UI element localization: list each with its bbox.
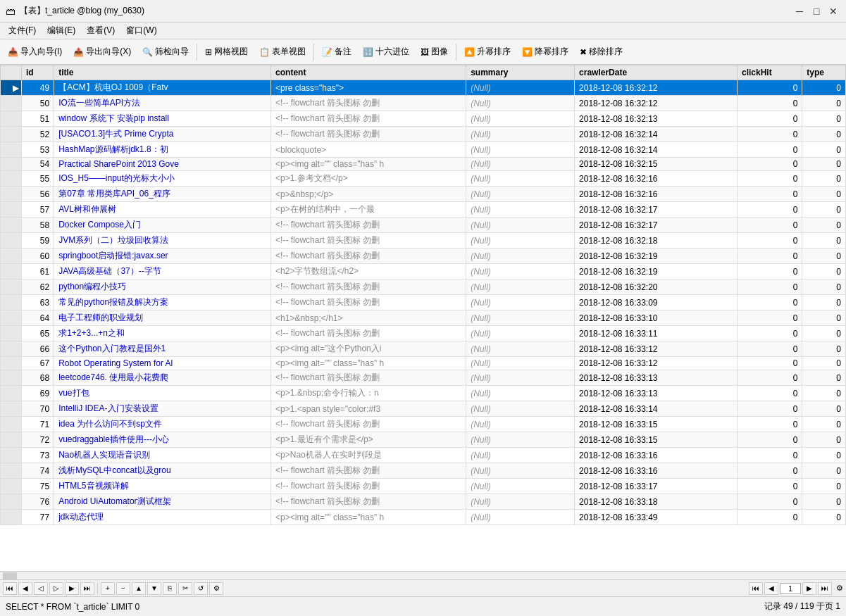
col-header-id[interactable]: id (22, 65, 54, 80)
nav-prev-button[interactable]: ◁ (34, 582, 48, 595)
cell-id[interactable]: 60 (22, 249, 54, 264)
note-button[interactable]: 📝 备注 (317, 43, 356, 61)
menu-edit[interactable]: 编辑(E) (42, 23, 81, 38)
table-row[interactable]: 61JAVA高级基础（37）--字节<h2>字节数组流</h2>(Null)20… (1, 264, 846, 279)
cell-content[interactable]: <!-- flowchart 箭头图标 勿删 (271, 479, 466, 494)
cell-content[interactable]: <pre class="has"> (271, 80, 466, 96)
cell-id[interactable]: 58 (22, 218, 54, 233)
table-row[interactable]: 70IntelliJ IDEA-入门安装设置<p>1.<span style="… (1, 401, 846, 417)
nav-settings-icon[interactable]: ⚙ (836, 584, 843, 593)
cell-content[interactable]: <p>1.参考文档</p> (271, 171, 466, 187)
cell-content[interactable]: <!-- flowchart 箭头图标 勿删 (271, 279, 466, 295)
nav-down-button[interactable]: ▼ (147, 582, 161, 595)
cell-id[interactable]: 62 (22, 279, 54, 295)
table-row[interactable]: 58Docker Compose入门<!-- flowchart 箭头图标 勿删… (1, 218, 846, 233)
cell-title[interactable]: idea 为什么访问不到sp文件 (54, 417, 271, 432)
cell-id[interactable]: 74 (22, 463, 54, 479)
cell-title[interactable]: vuedraggable插件使用---小心 (54, 432, 271, 448)
cell-id[interactable]: 66 (22, 341, 54, 357)
table-row[interactable]: 69vue打包<p>1.&nbsp;命令行输入：n(Null)2018-12-0… (1, 386, 846, 401)
cell-id[interactable]: 75 (22, 479, 54, 494)
table-row[interactable]: 51window 系统下 安装pip install<!-- flowchart… (1, 111, 846, 127)
nav-prev-page-button[interactable]: ◀ (18, 582, 32, 595)
cell-title[interactable]: Nao机器人实现语音识别 (54, 448, 271, 463)
table-row[interactable]: 64电子工程师的职业规划<h1>&nbsp;</h1>(Null)2018-12… (1, 310, 846, 326)
cell-content[interactable]: <!-- flowchart 箭头图标 勿删 (271, 218, 466, 233)
cell-id[interactable]: 55 (22, 171, 54, 187)
cell-title[interactable]: 这个Python入门教程是国外1 (54, 341, 271, 357)
cell-title[interactable]: Docker Compose入门 (54, 218, 271, 233)
cell-content[interactable]: <blockquote> (271, 142, 466, 158)
cell-id[interactable]: 76 (22, 494, 54, 510)
cell-title[interactable]: HTML5音视频详解 (54, 479, 271, 494)
form-view-button[interactable]: 📋 表单视图 (254, 43, 311, 61)
col-header-type[interactable]: type (802, 65, 846, 80)
cell-title[interactable]: python编程小技巧 (54, 279, 271, 295)
cell-id[interactable]: 59 (22, 233, 54, 249)
cell-title[interactable]: IOS_H5——input的光标大小小 (54, 171, 271, 187)
table-row[interactable]: 74浅析MySQL中concat以及grou<!-- flowchart 箭头图… (1, 463, 846, 479)
cell-content[interactable]: <p>1.最近有个需求是</p> (271, 432, 466, 448)
cell-content[interactable]: <p>Nao机器人在实时判段是 (271, 448, 466, 463)
table-row[interactable]: 71idea 为什么访问不到sp文件<!-- flowchart 箭头图标 勿删… (1, 417, 846, 432)
nav-cut-button[interactable]: ✂ (178, 582, 192, 595)
cell-content[interactable]: <!-- flowchart 箭头图标 勿删 (271, 127, 466, 142)
nav-copy-button[interactable]: ⎘ (163, 582, 177, 595)
cell-id[interactable]: 53 (22, 142, 54, 158)
cell-content[interactable]: <p><img alt="这个Python入i (271, 341, 466, 357)
export-wizard-button[interactable]: 📤 导出向导(X) (68, 43, 136, 61)
cell-id[interactable]: 73 (22, 448, 54, 463)
menu-file[interactable]: 文件(F) (3, 23, 42, 38)
table-row[interactable]: 65求1+2+3...+n之和<!-- flowchart 箭头图标 勿删(Nu… (1, 326, 846, 341)
cell-title[interactable]: IO流一些简单API方法 (54, 96, 271, 111)
cell-id[interactable]: 67 (22, 357, 54, 370)
cell-title[interactable]: springboot启动报错:javax.ser (54, 249, 271, 264)
cell-title[interactable]: [USACO1.3]牛式 Prime Crypta (54, 127, 271, 142)
col-header-content[interactable]: content (271, 65, 466, 80)
cell-content[interactable]: <!-- flowchart 箭头图标 勿删 (271, 233, 466, 249)
maximize-button[interactable]: □ (809, 4, 823, 18)
table-row[interactable]: 76Android UiAutomator测试框架<!-- flowchart … (1, 494, 846, 510)
table-row[interactable]: ▶49【ACM】杭电OJ 1009（Fatv<pre class="has">(… (1, 80, 846, 96)
table-row[interactable]: 62python编程小技巧<!-- flowchart 箭头图标 勿删(Null… (1, 279, 846, 295)
filter-wizard-button[interactable]: 🔍 筛检向导 (137, 43, 194, 61)
cell-id[interactable]: 57 (22, 202, 54, 218)
cell-title[interactable]: JVM系列（二）垃圾回收算法 (54, 233, 271, 249)
cell-content[interactable]: <h2>字节数组流</h2> (271, 264, 466, 279)
nav-refresh-button[interactable]: ↺ (194, 582, 208, 595)
cell-title[interactable]: 电子工程师的职业规划 (54, 310, 271, 326)
cell-id[interactable]: 49 (22, 80, 54, 96)
cell-id[interactable]: 63 (22, 295, 54, 310)
cell-title[interactable]: Practical SharePoint 2013 Gove (54, 158, 271, 171)
cell-title[interactable]: window 系统下 安装pip install (54, 111, 271, 127)
table-row[interactable]: 68leetcode746. 使用最小花费爬<!-- flowchart 箭头图… (1, 370, 846, 386)
table-row[interactable]: 75HTML5音视频详解<!-- flowchart 箭头图标 勿删(Null)… (1, 479, 846, 494)
sort-desc-button[interactable]: 🔽 降幂排序 (517, 43, 573, 61)
cell-title[interactable]: Android UiAutomator测试框架 (54, 494, 271, 510)
nav-right-first-button[interactable]: ⏮ (749, 582, 763, 595)
cell-content[interactable]: <!-- flowchart 箭头图标 勿删 (271, 249, 466, 264)
sort-asc-button[interactable]: 🔼 升幂排序 (459, 43, 516, 61)
cell-title[interactable]: Robot Operating System for Al (54, 357, 271, 370)
col-header-title[interactable]: title (54, 65, 271, 80)
hex-button[interactable]: 🔢 十六进位 (358, 43, 414, 61)
cell-content[interactable]: <!-- flowchart 箭头图标 勿删 (271, 417, 466, 432)
horizontal-scrollbar[interactable] (0, 571, 846, 579)
nav-page-input[interactable]: 1 (780, 583, 801, 594)
cell-title[interactable]: 求1+2+3...+n之和 (54, 326, 271, 341)
cell-id[interactable]: 68 (22, 370, 54, 386)
cell-content[interactable]: <p>&nbsp;</p> (271, 187, 466, 202)
grid-view-button[interactable]: ⊞ 网格视图 (200, 43, 253, 61)
minimize-button[interactable]: ─ (792, 4, 807, 18)
cell-content[interactable]: <!-- flowchart 箭头图标 勿删 (271, 326, 466, 341)
table-row[interactable]: 66这个Python入门教程是国外1<p><img alt="这个Python入… (1, 341, 846, 357)
nav-last-button[interactable]: ⏭ (80, 582, 94, 595)
cell-id[interactable]: 61 (22, 264, 54, 279)
table-row[interactable]: 57AVL树和伸展树<p>在树的结构中，一个最(Null)2018-12-08 … (1, 202, 846, 218)
cell-id[interactable]: 69 (22, 386, 54, 401)
cell-title[interactable]: jdk动态代理 (54, 510, 271, 525)
cell-id[interactable]: 52 (22, 127, 54, 142)
cell-title[interactable]: 第07章 常用类库API_06_程序 (54, 187, 271, 202)
cell-title[interactable]: 浅析MySQL中concat以及grou (54, 463, 271, 479)
cell-title[interactable]: HashMap源码解析jdk1.8：初 (54, 142, 271, 158)
